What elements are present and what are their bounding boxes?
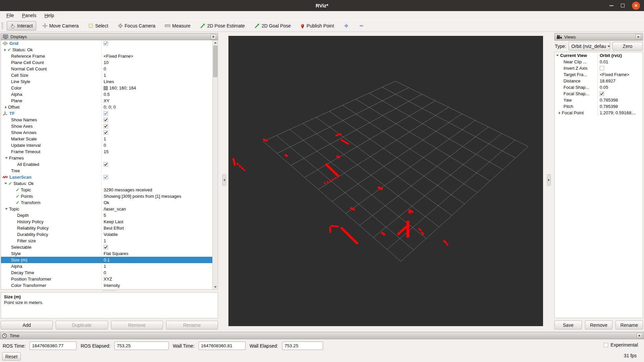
checkbox-checked[interactable] — [104, 175, 108, 179]
expand-arrow-icon[interactable] — [4, 49, 6, 51]
tree-row-plane-cell-count[interactable]: Plane Cell Count10 — [1, 59, 212, 66]
tree-row-show-axes[interactable]: Show Axes — [1, 123, 212, 129]
tree-row-depth[interactable]: Depth5 — [1, 212, 212, 219]
tool-measure[interactable]: Measure — [161, 21, 194, 31]
zero-button[interactable]: Zero — [612, 42, 643, 51]
displays-panel-header[interactable]: Displays — [1, 33, 218, 40]
checkbox-checked[interactable] — [104, 162, 108, 167]
tree-row-tf[interactable]: TF — [1, 110, 212, 117]
minimize-icon[interactable] — [609, 5, 613, 6]
tool-focus-camera[interactable]: Focus Camera — [114, 21, 159, 31]
tree-row-filter-size[interactable]: Filter size1 — [1, 238, 212, 244]
menu-panels[interactable]: Panels — [19, 12, 40, 19]
time-panel-header[interactable]: Time — [0, 332, 644, 339]
tool-interact[interactable]: Interact — [7, 21, 36, 31]
tree-row-topic[interactable]: Topic/laser_scan — [1, 206, 212, 212]
tool-minus-icon[interactable] — [355, 21, 368, 31]
tree-row-alpha[interactable]: Alpha1 — [1, 263, 212, 269]
checkbox-checked[interactable] — [104, 124, 108, 128]
tool-move-camera[interactable]: Move Camera — [39, 21, 82, 31]
expand-arrow-icon[interactable] — [559, 112, 560, 114]
displays-close-icon[interactable] — [211, 34, 216, 40]
tree-row-marker-scale[interactable]: Marker Scale1 — [1, 136, 212, 142]
checkbox-checked[interactable] — [104, 130, 108, 135]
tree-row-yaw[interactable]: Yaw0.785398 — [555, 97, 643, 103]
3d-viewport[interactable] — [228, 36, 543, 326]
panel-splitter-handle[interactable] — [103, 290, 116, 292]
tree-row-reference-frame[interactable]: Reference Frame<Fixed Frame> — [1, 53, 212, 59]
tree-row-status-ok[interactable]: ✓Status: Ok — [1, 47, 212, 53]
tree-row-points[interactable]: ✓PointsShowing [309] points from [1] mes… — [1, 193, 212, 199]
tree-row-history-policy[interactable]: History PolicyKeep Last — [1, 219, 212, 225]
reset-button[interactable]: Reset — [2, 352, 21, 361]
tree-row-frame-timeout[interactable]: Frame Timeout15 — [1, 148, 212, 155]
tree-row-distance[interactable]: Distance18.6927 — [555, 78, 643, 84]
tree-row-transform[interactable]: ✓TransformOk — [1, 199, 212, 206]
tree-row-all-enabled[interactable]: All Enabled — [1, 161, 212, 168]
scrollbar-thumb[interactable] — [213, 46, 217, 77]
toolbar-drag-handle[interactable] — [1, 22, 3, 29]
tree-row-reliability-policy[interactable]: Reliability PolicyBest Effort — [1, 225, 212, 231]
tree-row-tree[interactable]: Tree — [1, 168, 212, 174]
rename-button[interactable]: Rename — [615, 320, 643, 329]
tree-row-update-interval[interactable]: Update Interval0 — [1, 142, 212, 148]
titlebar[interactable]: RViz* — [0, 0, 644, 11]
checkbox-checked[interactable] — [104, 41, 108, 46]
experimental-checkbox[interactable] — [604, 343, 608, 347]
menu-file[interactable]: File — [3, 12, 17, 19]
collapse-arrow-icon[interactable] — [5, 157, 8, 159]
time-close-icon[interactable] — [637, 333, 642, 338]
tree-row-style[interactable]: StyleFlat Squares — [1, 250, 212, 257]
tree-row-offset[interactable]: Offset0; 0; 0 — [1, 104, 212, 110]
tree-row-status-ok[interactable]: ✓Status: Ok — [1, 180, 212, 187]
scroll-down-icon[interactable] — [213, 285, 218, 289]
collapse-arrow-icon[interactable] — [5, 208, 8, 210]
tool-2d-goal-pose[interactable]: 2D Goal Pose — [251, 21, 294, 31]
collapse-arrow-icon[interactable] — [4, 183, 7, 184]
tool-select[interactable]: Select — [85, 21, 112, 31]
collapse-left-panel-button[interactable] — [222, 174, 226, 186]
tree-row-target-fra-[interactable]: Target Fra...<Fixed Frame> — [555, 71, 643, 78]
checkbox-checked[interactable] — [104, 245, 108, 249]
displays-scrollbar[interactable] — [212, 40, 218, 289]
tree-row-show-names[interactable]: Show Names — [1, 117, 212, 123]
checkbox-checked[interactable] — [600, 92, 604, 96]
checkbox-checked[interactable] — [104, 111, 108, 116]
scroll-up-icon[interactable] — [213, 40, 218, 45]
checkbox-unchecked[interactable] — [600, 66, 604, 70]
maximize-icon[interactable] — [621, 4, 625, 7]
remove-button[interactable]: Remove — [585, 320, 612, 329]
tree-row-line-style[interactable]: Line StyleLines — [1, 78, 212, 85]
tree-row-normal-cell-count[interactable]: Normal Cell Count0 — [1, 66, 212, 72]
tree-row-size-m-[interactable]: Size (m)0.1 — [1, 257, 212, 263]
collapse-right-panel-button[interactable] — [547, 174, 551, 186]
views-close-icon[interactable] — [636, 34, 641, 40]
wall-elapsed-input[interactable] — [282, 342, 323, 350]
views-panel-header[interactable]: Views — [554, 33, 643, 41]
color-swatch[interactable] — [104, 86, 108, 90]
tree-row-frames[interactable]: Frames — [1, 155, 212, 161]
tree-row-show-arrows[interactable]: Show Arrows — [1, 129, 212, 136]
tree-row-focal-point[interactable]: Focal Point1.2079; 0.59168;... — [555, 110, 643, 116]
view-type-dropdown[interactable]: Orbit (rviz_defau — [569, 42, 610, 51]
tree-row-selectable[interactable]: Selectable — [1, 244, 212, 250]
tree-row-plane[interactable]: PlaneXY — [1, 98, 212, 104]
tree-row-alpha[interactable]: Alpha0.5 — [1, 91, 212, 98]
tree-row-grid[interactable]: Grid — [1, 40, 212, 47]
tree-row-focal-shap-[interactable]: Focal Shap... — [555, 90, 643, 97]
tool-publish-point[interactable]: Publish Point — [297, 21, 337, 31]
add-button[interactable]: Add — [1, 321, 53, 329]
tree-row-durability-policy[interactable]: Durability PolicyVolatile — [1, 231, 212, 238]
tree-row-color[interactable]: Color160; 160; 164 — [1, 85, 212, 91]
tree-row-pitch[interactable]: Pitch0.785398 — [555, 103, 643, 110]
tree-row-position-transformer[interactable]: Position TransformerXYZ — [1, 276, 212, 282]
collapse-arrow-icon[interactable] — [556, 55, 559, 56]
tree-row-topic[interactable]: ✓Topic3290 messages received — [1, 187, 212, 193]
ros-time-input[interactable] — [30, 342, 76, 350]
checkbox-checked[interactable] — [104, 118, 108, 122]
tree-row-cell-size[interactable]: Cell Size1 — [1, 72, 212, 78]
tree-row-laserscan[interactable]: LaserScan — [1, 174, 212, 180]
tree-row-near-clip-[interactable]: Near Clip ...0.01 — [555, 59, 643, 65]
tool-2d-pose-estimate[interactable]: 2D Pose Estimate — [197, 21, 248, 31]
save-button[interactable]: Save — [554, 320, 582, 329]
